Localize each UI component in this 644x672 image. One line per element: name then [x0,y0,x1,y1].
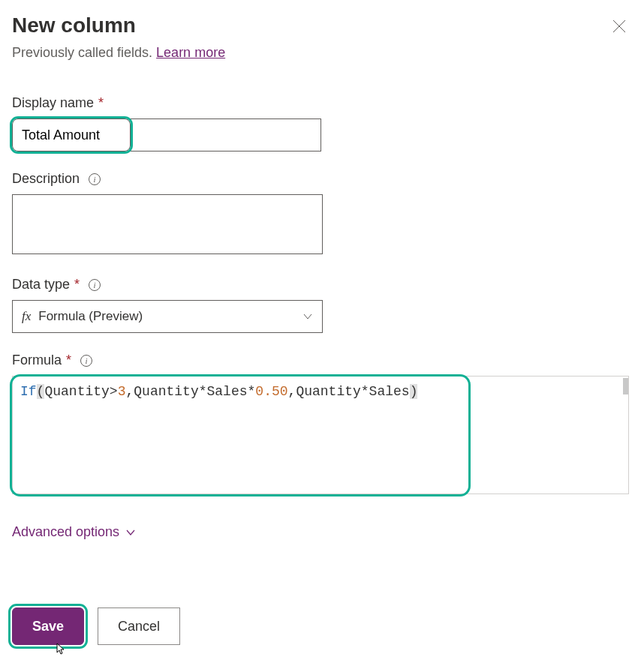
required-indicator: * [74,277,80,292]
learn-more-link[interactable]: Learn more [156,45,225,60]
close-button[interactable] [606,14,632,39]
formula-fx-icon: fx [22,309,31,324]
display-name-input[interactable] [12,118,131,152]
close-icon [612,20,626,33]
panel-subtitle: Previously called fields. Learn more [12,45,632,61]
info-icon[interactable]: i [80,355,92,367]
data-type-label: Data type* i [12,277,632,292]
chevron-down-icon [125,527,136,538]
description-input[interactable] [12,194,323,254]
required-indicator: * [98,95,104,111]
info-icon[interactable]: i [89,173,101,185]
formula-label: Formula* i [12,352,632,368]
display-name-label: Display name* [12,95,632,111]
chevron-down-icon [302,311,313,322]
formula-editor[interactable]: If(Quantity>3,Quantity*Sales*0.50,Quanti… [12,376,629,494]
scrollbar-thumb[interactable] [623,378,628,394]
description-label: Description i [12,171,632,187]
required-indicator: * [66,352,71,368]
cancel-button[interactable]: Cancel [98,608,180,645]
display-name-input-extension[interactable] [129,118,321,152]
save-button[interactable]: Save [12,608,84,645]
data-type-select[interactable]: fx Formula (Preview) [12,300,323,333]
info-icon[interactable]: i [89,279,101,291]
advanced-options-toggle[interactable]: Advanced options [12,524,632,540]
data-type-value: Formula (Preview) [38,309,143,324]
panel-title: New column [12,14,136,38]
